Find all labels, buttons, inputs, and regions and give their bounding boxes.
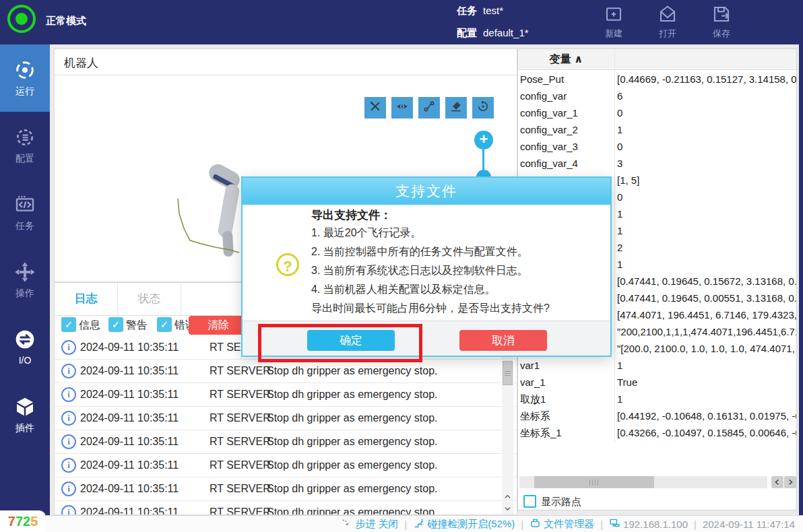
dialog-line: 2. 当前控制器中所有的任务文件与配置文件。 [311, 245, 528, 259]
reset-view-button[interactable] [472, 97, 494, 119]
status-code-badge: 7725 [0, 510, 46, 532]
log-row: i2024-09-11 10:35:11RT SERVERStop dh gri… [55, 383, 517, 407]
filter-warning-checkbox[interactable]: ✓ [108, 317, 123, 332]
eraser-button[interactable] [445, 97, 467, 119]
variables-collapse-toggle[interactable]: 变量 ∧ [518, 49, 614, 69]
show-waypoints-checkbox[interactable] [523, 495, 536, 508]
step-mode-toggle[interactable]: 步进 关闭 [341, 517, 398, 531]
separator: | [404, 519, 407, 530]
variable-row[interactable]: config_var_43 [518, 155, 796, 172]
open-button[interactable]: 打开 [649, 4, 686, 40]
tools-button[interactable] [364, 97, 386, 119]
sidebar-item-run[interactable]: 运行 [0, 44, 50, 112]
log-time: 2024-09-11 10:35:11 [80, 335, 179, 359]
step-icon [341, 517, 352, 531]
variables-h-scrollbar[interactable] [519, 476, 767, 488]
support-file-dialog: 支持文件 ? 导出支持文件： 1. 最近20个飞行记录。 2. 当前控制器中所有… [241, 176, 612, 357]
file-manager-label: 文件管理器 [544, 518, 594, 531]
variable-row[interactable]: Pose_Put[0.44669, -0.21163, 0.15127, 3.1… [518, 71, 796, 88]
task-label: 任务 [457, 5, 477, 18]
clear-log-button[interactable]: 清除 [189, 316, 248, 335]
variable-row[interactable]: 坐标系[0.44192, -0.10648, 0.16131, 0.01975,… [518, 407, 796, 424]
plus-icon: + [480, 131, 488, 147]
scroll-left-button[interactable] [771, 476, 783, 488]
tab-status[interactable]: 状态 [118, 283, 181, 315]
sidebar-item-operate[interactable]: 操作 [0, 246, 50, 314]
info-icon: i [61, 387, 76, 402]
save-icon [711, 15, 732, 26]
dialog-title: 支持文件 [243, 178, 610, 205]
variables-v-scrollbar[interactable] [799, 44, 803, 532]
variable-row[interactable]: var11 [518, 357, 796, 374]
add-waypoint-button[interactable]: + [474, 131, 493, 149]
log-time: 2024-09-11 10:35:11 [80, 500, 179, 515]
filter-info-checkbox[interactable]: ✓ [61, 317, 76, 332]
open-button-label: 打开 [649, 28, 686, 40]
path-button[interactable] [418, 97, 440, 119]
log-source: RT SERVER [210, 453, 271, 477]
log-scrollbar[interactable] [502, 335, 513, 515]
variables-h-scrollbar-thumb[interactable] [534, 476, 654, 488]
new-file-icon [604, 15, 624, 26]
eraser-icon [449, 100, 463, 116]
sidebar-item-io[interactable]: I/O [0, 314, 50, 381]
log-scrollbar-thumb[interactable] [503, 361, 513, 385]
sidebar-item-task[interactable]: 任务 [0, 179, 50, 246]
variable-row[interactable]: 坐标系_1[0.43266, -0.10497, 0.15845, 0.0064… [518, 424, 796, 441]
scroll-right-button[interactable] [784, 476, 796, 488]
log-time: 2024-09-11 10:35:11 [80, 383, 179, 406]
new-button[interactable]: 新建 [595, 4, 633, 40]
file-manager-button[interactable]: 文件管理器 [529, 517, 594, 531]
filter-error-checkbox[interactable]: ✓ [157, 317, 172, 332]
variable-row[interactable]: var_1True [518, 374, 796, 391]
separator: | [521, 519, 523, 530]
network-icon [609, 517, 620, 531]
dialog-footer: 确定 取消 [243, 321, 610, 356]
path-icon [422, 100, 436, 116]
variable-row[interactable]: config_var6 [518, 88, 796, 104]
dialog-line: 3. 当前所有系统状态日志以及控制软件日志。 [311, 264, 528, 278]
variable-row[interactable]: config_var_30 [518, 138, 796, 155]
sidebar-item-label: 任务 [0, 220, 50, 232]
app-window: 正常模式 任务 test* 配置 default_1* 新建 打开 保存 运行 … [0, 0, 803, 532]
info-icon: i [61, 411, 76, 426]
dialog-heading: 导出支持文件： [311, 207, 391, 223]
variable-row[interactable]: config_var_21 [518, 121, 796, 138]
sidebar-item-label: 配置 [0, 153, 50, 165]
log-time: 2024-09-11 10:35:11 [80, 359, 179, 383]
variable-row[interactable]: 取放11 [518, 391, 796, 407]
info-icon: i [61, 434, 76, 449]
scroll-up-button[interactable] [502, 491, 513, 502]
tab-log[interactable]: 日志 [55, 283, 118, 315]
badge-digit: 5 [30, 514, 38, 529]
status-indicator-icon [7, 5, 36, 33]
sidebar-item-plugin[interactable]: 插件 [0, 381, 50, 448]
save-button[interactable]: 保存 [703, 4, 740, 40]
collision-detection-label: 碰撞检测开启(52%) [427, 518, 515, 531]
rotate-icon [476, 100, 490, 116]
variables-header: 变量 ∧ [518, 49, 796, 70]
visibility-button[interactable] [391, 97, 413, 119]
log-message: Stop dh gripper as emergency stop. [267, 453, 437, 477]
sidebar-item-config[interactable]: 配置 [0, 112, 50, 179]
confirm-button[interactable]: 确定 [307, 330, 395, 351]
log-time: 2024-09-11 10:35:11 [80, 477, 179, 500]
dialog-line: 导出时间最长可能占用6分钟，是否导出支持文件? [311, 302, 550, 316]
scroll-down-button[interactable] [502, 503, 513, 514]
check-icon: ✓ [112, 319, 121, 330]
sidebar: 运行 配置 任务 操作 I/O 插件 [0, 44, 50, 532]
cancel-button[interactable]: 取消 [459, 330, 547, 351]
open-file-icon [657, 15, 678, 26]
filter-info-label: 信息 [79, 319, 100, 333]
new-button-label: 新建 [595, 28, 633, 40]
robot-panel-title: 机器人 [64, 55, 98, 71]
log-source: RT SERVER [210, 383, 271, 406]
log-list: i2024-09-11 10:35:11RT SERVERStop dh gri… [55, 335, 517, 515]
log-row: i2024-09-11 10:35:11RT SERVERStop dh gri… [55, 477, 517, 501]
check-icon: ✓ [160, 319, 169, 330]
info-icon: i [61, 364, 76, 378]
usb-drive-icon [529, 517, 541, 531]
collision-detection-toggle[interactable]: 碰撞检测开启(52%) [413, 517, 515, 531]
variable-row[interactable]: config_var_10 [518, 104, 796, 121]
top-bar: 正常模式 任务 test* 配置 default_1* 新建 打开 保存 [0, 0, 803, 44]
